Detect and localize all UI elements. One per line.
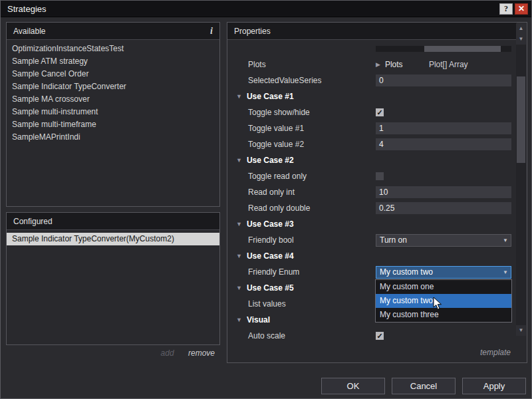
property-editor: 10 — [376, 186, 517, 198]
expand-name: Plots — [385, 60, 429, 69]
chevron-down-icon: ▼ — [500, 269, 511, 275]
property-editor: Turn on▼ — [376, 234, 517, 247]
property-editor: ✓ — [376, 332, 517, 340]
available-item[interactable]: Sample multi-timeframe — [7, 118, 219, 131]
available-item[interactable]: Sample ATM strategy — [7, 55, 219, 68]
slider-thumb[interactable] — [424, 46, 500, 52]
property-value-input[interactable]: 0 — [376, 74, 511, 86]
configured-list: Sample Indicator TypeConverter(MyCustom2… — [7, 230, 219, 248]
property-editor: 4 — [376, 138, 517, 150]
list-actions: add remove — [6, 348, 220, 358]
scroll-down-icon[interactable]: ▼ — [516, 325, 526, 336]
available-item[interactable]: Sample Indicator TypeConverter — [7, 80, 219, 93]
dropdown-value: My custom two — [376, 267, 500, 277]
dropdown-option[interactable]: My custom one — [376, 280, 511, 294]
collapse-arrow-icon[interactable]: ▼ — [236, 253, 242, 259]
property-label: SelectedValueSeries — [228, 76, 376, 85]
property-label: Toggle read only — [228, 172, 376, 181]
strategies-dialog: Strategies ? ✕ Available i OptimizationI… — [0, 0, 532, 399]
property-group-row: ▼Use Case #4 — [228, 248, 517, 264]
available-item[interactable]: Sample MA crossover — [7, 93, 219, 106]
property-label: List values — [228, 299, 376, 309]
property-value-input[interactable]: 4 — [376, 138, 511, 150]
collapse-arrow-icon[interactable]: ▼ — [236, 93, 242, 100]
scrollbar-thumb[interactable] — [517, 76, 525, 163]
cancel-button[interactable]: Cancel — [392, 378, 456, 394]
footer-buttons: OK Cancel Apply — [321, 378, 526, 394]
property-row: Friendly EnumMy custom two▼ — [228, 264, 517, 280]
group-label: Use Case #4 — [247, 251, 294, 261]
group-label: Visual — [247, 315, 270, 325]
property-row — [228, 41, 517, 57]
add-link[interactable]: add — [161, 348, 174, 358]
property-value-input[interactable]: 1 — [376, 122, 511, 134]
properties-header: Properties — [227, 23, 517, 40]
property-row: Read only double0.25 — [228, 200, 517, 216]
mouse-cursor — [433, 297, 443, 311]
collapse-arrow-icon[interactable]: ▼ — [236, 285, 242, 291]
available-item[interactable]: Sample Cancel Order — [7, 68, 219, 80]
help-button[interactable]: ? — [499, 3, 513, 15]
property-checkbox[interactable]: ✓ — [376, 332, 384, 340]
ok-button[interactable]: OK — [321, 378, 385, 394]
property-row: Toggle show/hide✓ — [228, 104, 517, 120]
dropdown-option[interactable]: My custom three — [376, 308, 511, 322]
group-label: Use Case #3 — [247, 219, 294, 229]
property-label: Toggle value #2 — [228, 140, 376, 149]
properties-scrollbar[interactable]: ▲ ▼ ▼ — [516, 23, 526, 336]
property-label: Friendly Enum — [228, 267, 376, 277]
scroll-down-icon-top[interactable]: ▼ — [516, 34, 526, 45]
properties-panel: Properties Plots▶PlotsPlot[] ArraySelect… — [227, 22, 527, 363]
property-row: Toggle value #11 — [228, 120, 517, 136]
title-bar: Strategies ? ✕ — [1, 1, 531, 17]
collapse-arrow-icon[interactable]: ▼ — [236, 221, 242, 227]
group-label: Use Case #1 — [247, 92, 294, 101]
property-dropdown[interactable]: Turn on▼ — [376, 234, 511, 247]
group-label: Use Case #2 — [247, 156, 294, 165]
slider-track[interactable] — [376, 46, 511, 52]
property-value-input[interactable]: 10 — [376, 186, 511, 198]
available-item[interactable]: OptimizationInstanceStatesTest — [7, 43, 219, 55]
dropdown-option[interactable]: My custom two — [376, 294, 511, 308]
expand-arrow-icon[interactable]: ▶ — [376, 61, 380, 68]
info-icon[interactable]: i — [210, 26, 213, 37]
available-item[interactable]: SampleMAPrintIndi — [7, 131, 219, 144]
apply-button[interactable]: Apply — [462, 378, 526, 394]
collapse-arrow-icon[interactable]: ▼ — [236, 317, 242, 323]
property-editor: ▶PlotsPlot[] Array — [376, 60, 517, 69]
property-row: Toggle read only — [228, 168, 517, 184]
property-checkbox[interactable]: ✓ — [376, 108, 384, 116]
property-label: Plots — [228, 60, 376, 69]
property-label: Read only double — [228, 203, 376, 213]
property-row: SelectedValueSeries0 — [228, 72, 517, 88]
property-group-row: ▼Use Case #2 — [228, 152, 517, 168]
property-label: Auto scale — [228, 331, 376, 340]
configured-item[interactable]: Sample Indicator TypeConverter(MyCustom2… — [7, 233, 219, 245]
configured-header: Configured — [7, 213, 219, 230]
template-link[interactable]: template — [480, 348, 511, 357]
property-editor: 0.25 — [376, 202, 517, 214]
collapse-arrow-icon[interactable]: ▼ — [236, 157, 242, 164]
remove-link[interactable]: remove — [188, 348, 215, 358]
property-value-input[interactable]: 0.25 — [376, 202, 511, 214]
property-row: Toggle value #24 — [228, 136, 517, 152]
expand-type: Plot[] Array — [429, 60, 468, 69]
dropdown-value: Turn on — [376, 235, 500, 245]
properties-header-label: Properties — [234, 27, 271, 36]
property-label: Toggle value #1 — [228, 124, 376, 133]
property-label: Read only int — [228, 188, 376, 197]
property-editor: 1 — [376, 122, 517, 134]
property-label: Toggle show/hide — [228, 108, 376, 117]
chevron-down-icon: ▼ — [500, 237, 511, 243]
group-label: Use Case #5 — [247, 283, 294, 293]
scroll-up-icon[interactable]: ▲ — [516, 23, 526, 34]
configured-panel: Configured Sample Indicator TypeConverte… — [6, 212, 220, 345]
close-button[interactable]: ✕ — [515, 3, 528, 15]
property-editor: ✓ — [376, 108, 517, 116]
available-panel: Available i OptimizationInstanceStatesTe… — [6, 22, 220, 207]
property-dropdown[interactable]: My custom two▼ — [376, 266, 511, 279]
available-item[interactable]: Sample multi-instrument — [7, 106, 219, 118]
property-row: Plots▶PlotsPlot[] Array — [228, 57, 517, 72]
property-row: Friendly boolTurn on▼ — [228, 232, 517, 248]
property-checkbox[interactable] — [376, 172, 384, 180]
